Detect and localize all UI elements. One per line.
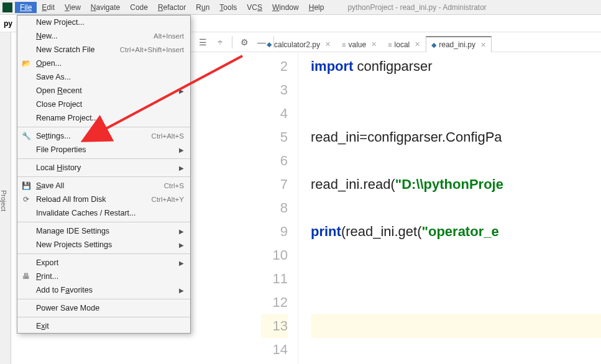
menu-code[interactable]: Code xyxy=(125,2,153,13)
file-menu-dropdown: New Project... New...Alt+Insert New Scra… xyxy=(17,15,191,334)
editor-tab[interactable]: ≡value✕ xyxy=(336,36,382,52)
tab-label: calculator2.py xyxy=(274,40,320,49)
wrench-icon: 🔧 xyxy=(22,132,30,140)
menu-item-add-to-favorites[interactable]: Add to Favorites▶ xyxy=(17,283,190,297)
submenu-arrow-icon: ▶ xyxy=(179,242,184,248)
tab-label: local xyxy=(395,40,410,49)
tab-label: read_ini.py xyxy=(439,40,475,49)
menu-tools[interactable]: Tools xyxy=(214,2,242,13)
menu-edit[interactable]: Edit xyxy=(37,2,60,13)
menu-vcs[interactable]: VCS xyxy=(242,2,267,13)
menu-item-export[interactable]: Export▶ xyxy=(17,256,190,270)
menu-item-open[interactable]: 📂Open... xyxy=(17,57,190,70)
save-icon: 💾 xyxy=(22,181,30,190)
tool-window-stripe-left[interactable]: Project xyxy=(0,32,11,364)
menu-separator xyxy=(17,299,190,299)
text-file-icon: ≡ xyxy=(342,41,346,48)
editor-tab-active[interactable]: ◆read_ini.py✕ xyxy=(426,36,492,52)
close-icon[interactable]: ✕ xyxy=(325,40,331,48)
submenu-arrow-icon: ▶ xyxy=(179,147,184,153)
menu-file[interactable]: File xyxy=(15,2,37,13)
menu-item-close-project[interactable]: Close Project xyxy=(17,98,190,111)
close-icon[interactable]: ✕ xyxy=(371,40,377,48)
submenu-arrow-icon: ▶ xyxy=(179,165,184,171)
submenu-arrow-icon: ▶ xyxy=(179,260,184,266)
menu-item-manage-ide-settings[interactable]: Manage IDE Settings▶ xyxy=(17,224,190,238)
menu-item-local-history[interactable]: Local History▶ xyxy=(17,161,190,175)
menu-item-new[interactable]: New...Alt+Insert xyxy=(17,29,190,43)
code-editor[interactable]: 234567891011121314 import configparser r… xyxy=(261,52,601,364)
window-title: pythonProject - read_ini.py - Administra… xyxy=(347,3,486,12)
menu-item-new-project[interactable]: New Project... xyxy=(17,16,190,29)
app-logo-icon xyxy=(2,2,12,12)
submenu-arrow-icon: ▶ xyxy=(179,287,184,294)
menu-item-print[interactable]: 🖶Print... xyxy=(17,270,190,283)
structure-icon[interactable]: ☰ xyxy=(197,37,208,48)
menu-separator xyxy=(17,176,190,177)
menu-separator xyxy=(17,127,190,127)
menu-refactor[interactable]: Refactor xyxy=(153,2,191,13)
breadcrumb-text: py xyxy=(4,19,12,28)
menu-item-file-properties[interactable]: File Properties▶ xyxy=(17,143,190,157)
menu-item-rename-project[interactable]: Rename Project... xyxy=(17,111,190,125)
menu-item-new-scratch-file[interactable]: New Scratch FileCtrl+Alt+Shift+Insert xyxy=(17,43,190,57)
menu-item-exit[interactable]: Exit xyxy=(17,319,190,333)
menu-item-power-save-mode[interactable]: Power Save Mode xyxy=(17,301,190,315)
menu-window[interactable]: Window xyxy=(267,2,304,13)
submenu-arrow-icon: ▶ xyxy=(179,228,184,235)
editor-tab[interactable]: ◆calculator2.py✕ xyxy=(261,36,336,52)
menu-item-reload-from-disk[interactable]: ⟳Reload All from DiskCtrl+Alt+Y xyxy=(17,193,190,206)
menu-separator xyxy=(17,158,190,159)
menu-item-invalidate-caches[interactable]: Invalidate Caches / Restart... xyxy=(17,206,190,220)
editor-tab[interactable]: ≡local✕ xyxy=(382,36,426,52)
sync-icon: ⟳ xyxy=(22,195,30,204)
close-icon[interactable]: ✕ xyxy=(415,40,420,48)
gear-icon[interactable]: ⚙ xyxy=(239,37,250,48)
python-file-icon: ◆ xyxy=(431,41,436,49)
printer-icon: 🖶 xyxy=(22,272,30,281)
menu-item-save-all[interactable]: 💾Save AllCtrl+S xyxy=(17,179,190,193)
menu-navigate[interactable]: Navigate xyxy=(86,2,125,13)
menu-item-new-projects-settings[interactable]: New Projects Settings▶ xyxy=(17,238,190,252)
submenu-arrow-icon: ▶ xyxy=(179,88,184,94)
menu-help[interactable]: Help xyxy=(304,2,329,13)
menu-item-settings[interactable]: 🔧Settings...Ctrl+Alt+S xyxy=(17,129,190,143)
editor-content[interactable]: import configparser read_ini=configparse… xyxy=(298,52,601,364)
close-icon[interactable]: ✕ xyxy=(480,41,486,49)
menu-separator xyxy=(17,222,190,222)
toolbar-separator xyxy=(232,36,232,48)
menu-run[interactable]: Run xyxy=(191,2,214,13)
menu-separator xyxy=(17,317,190,317)
python-file-icon: ◆ xyxy=(267,40,272,48)
menu-bar: File Edit View Navigate Code Refactor Ru… xyxy=(0,0,601,15)
tab-label: value xyxy=(348,40,366,49)
divide-icon[interactable]: ÷ xyxy=(214,37,226,48)
editor-gutter: 234567891011121314 xyxy=(261,52,298,364)
menu-item-save-as[interactable]: Save As... xyxy=(17,70,190,84)
folder-open-icon: 📂 xyxy=(22,59,30,68)
menu-separator xyxy=(17,253,190,254)
menu-view[interactable]: View xyxy=(60,2,86,13)
menu-item-open-recent[interactable]: Open Recent▶ xyxy=(17,84,190,98)
editor-tabs: ◆calculator2.py✕ ≡value✕ ≡local✕ ◆read_i… xyxy=(261,32,601,52)
text-file-icon: ≡ xyxy=(388,41,392,48)
